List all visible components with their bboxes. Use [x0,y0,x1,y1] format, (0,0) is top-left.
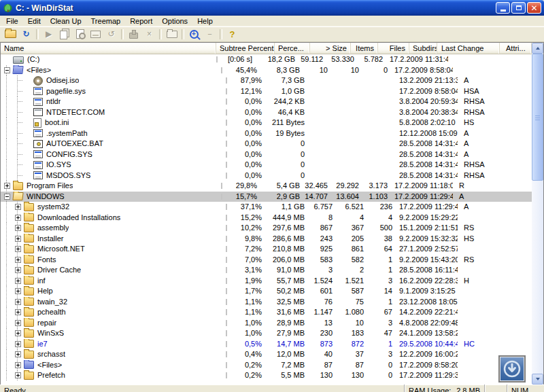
expander-toggle[interactable] [15,299,21,305]
row-name-cell: inf [1,276,216,287]
row-label: NTDETECT.COM [46,107,105,118]
scrollbar-down-button[interactable] [532,374,543,385]
expander-toggle[interactable] [15,246,21,252]
expander-toggle[interactable] [15,341,21,347]
expander-toggle[interactable] [15,267,21,273]
scrollbar-track[interactable] [532,54,543,374]
row-icon [33,87,43,95]
column-header-subtree[interactable]: Subtree Percent... [216,43,275,54]
row-assembly[interactable]: assembly 10,2% 297,6 MB 867 367 500 15.1… [1,223,532,234]
attributes-value: H [458,276,490,287]
restore-button[interactable] [511,2,526,14]
row-pchealth[interactable]: pchealth 1,1% 31,6 MB 1.147 1.080 67 14.… [1,307,532,318]
row-driver-cache[interactable]: Driver Cache 3,1% 91,0 MB 3 2 1 28.5.200… [1,265,532,276]
row-twain-32[interactable]: twain_32 1,1% 32,5 MB 76 75 1 23.12.2008… [1,297,532,308]
subdirs-value: 1 [367,265,395,276]
row-prefetch[interactable]: Prefetch 0,2% 5,5 MB 130 130 0 17.2.2009… [1,370,532,381]
row-c[interactable]: (C:) [0:06 s] 18,2 GB 59.112 53.330 5.78… [1,54,532,65]
row-ntdetect-com[interactable]: NTDETECT.COM 0,0% 46,4 KB 3.8.2004 20:38… [1,107,532,118]
row-icon [24,361,34,369]
menu-edit[interactable]: Edit [23,16,46,26]
attributes-value [458,328,490,339]
row-boot-ini[interactable]: boot.ini 0,0% 211 Bytes 5.8.2008 2:02:10… [1,118,532,128]
help-button[interactable]: ? [224,28,240,40]
tree-line [6,107,7,118]
expander-toggle[interactable] [15,236,21,242]
items-value: 8 [309,213,336,224]
close-button[interactable]: ✕ [527,2,541,14]
column-header-size[interactable]: > Size [310,43,351,54]
subtree-percentage-bar [216,107,233,118]
row-inf[interactable]: inf 1,9% 55,7 MB 1.524 1.521 3 16.2.2009… [1,276,532,287]
row-io-sys[interactable]: IO.SYS 0,0% 0 28.5.2008 14:31:43 RHSA [1,160,532,171]
expander-toggle[interactable] [4,194,10,200]
menu-treemap[interactable]: Treemap [86,16,126,26]
row-icon [24,287,34,296]
column-header-attr[interactable]: Attri... [500,43,532,54]
expander-toggle[interactable] [15,320,21,326]
menu-options[interactable]: Options [157,16,192,26]
row-fonts[interactable]: Fonts 7,0% 206,0 MB 583 582 1 9.2.2009 1… [1,255,532,266]
menu-file[interactable]: File [1,16,23,26]
column-header-subdirs[interactable]: Subdirs [409,43,437,54]
expander-toggle[interactable] [15,288,21,294]
row-program-files[interactable]: Program Files 29,8% 5,4 GB 32.465 29.292… [1,181,532,192]
row-help[interactable]: Help 1,7% 50,2 MB 601 587 14 9.1.2009 3:… [1,286,532,297]
expander-toggle[interactable] [15,204,21,210]
menu-help[interactable]: Help [192,16,218,26]
expander-toggle[interactable] [15,351,21,357]
row-winsxs[interactable]: WinSxS 1,0% 27,9 MB 230 183 47 24.1.2009… [1,328,532,339]
row-autoexec-bat[interactable]: AUTOEXEC.BAT 0,0% 0 28.5.2008 14:31:43 A [1,139,532,149]
menu-report[interactable]: Report [125,16,157,26]
row-msdos-sys[interactable]: MSDOS.SYS 0,0% 0 28.5.2008 14:31:43 RHSA [1,171,532,181]
zoom-in-button[interactable] [186,28,202,40]
expander-toggle[interactable] [15,215,21,221]
row-name-cell: Prefetch [1,370,216,381]
row-odisej-iso[interactable]: Odisej.iso 87,9% 7,3 GB 13.2.2009 21:13:… [1,75,532,86]
tree-line [6,223,7,234]
row-files[interactable]: <Files> 45,4% 8,3 GB 10 10 0 17.2.2009 8… [1,65,532,76]
expander-toggle[interactable] [15,278,21,284]
expander-toggle[interactable] [15,372,21,378]
scrollbar-up-button[interactable] [532,43,543,54]
row-installer[interactable]: Installer 9,8% 286,6 MB 243 205 38 9.2.2… [1,234,532,245]
num-lock-indicator: NUM [507,385,544,392]
row-systempath[interactable]: .systemPath 0,0% 19 Bytes 12.12.2008 15:… [1,128,532,139]
row-ie7[interactable]: ie7 0,5% 14,7 MB 873 872 1 29.5.2008 10:… [1,339,532,350]
scrollbar-thumb[interactable] [532,54,543,181]
expander-toggle[interactable] [15,309,21,315]
column-header-name[interactable]: Name [1,43,216,54]
percentage-value: 0,0% [233,118,268,128]
column-header-items[interactable]: Items [351,43,378,54]
size-value: 297,6 MB [268,223,309,234]
subdirs-value [367,139,395,149]
expander-toggle[interactable] [15,330,21,336]
open-button[interactable] [3,28,18,40]
refresh-all-button[interactable]: ↻ [18,28,34,40]
row-files[interactable]: <Files> 0,2% 7,2 MB 87 87 0 17.2.2009 8:… [1,360,532,371]
menu-clean-up[interactable]: Clean Up [46,16,86,26]
attributes-value [458,297,490,308]
column-header-files[interactable]: Files [378,43,409,54]
expander-toggle[interactable] [4,67,10,73]
expander-toggle[interactable] [15,257,21,263]
minimize-button[interactable] [496,2,510,14]
row-downloaded-installations[interactable]: Downloaded Installations 15,2% 444,9 MB … [1,213,532,224]
row-name-cell: (C:) [1,54,216,65]
row-icon [24,266,34,274]
column-header-date[interactable]: Last Change [437,43,500,54]
expander-toggle[interactable] [15,225,21,231]
row-microsoft-net[interactable]: Microsoft.NET 7,2% 210,8 MB 925 861 64 2… [1,244,532,255]
expander-toggle[interactable] [15,362,21,368]
expander-toggle[interactable] [4,183,10,189]
column-header-pct[interactable]: Perce... [275,43,310,54]
row-srchasst[interactable]: srchasst 0,4% 12,0 MB 40 37 3 12.2.2009 … [1,349,532,360]
row-config-sys[interactable]: CONFIG.SYS 0,0% 0 28.5.2008 14:31:43 A [1,149,532,160]
row-pagefile-sys[interactable]: pagefile.sys 12,1% 1,0 GB 17.2.2009 8:58… [1,86,532,97]
row-repair[interactable]: repair 1,0% 28,9 MB 13 10 3 4.8.2008 22:… [1,318,532,329]
row-windows[interactable]: WINDOWS 15,7% 2,9 GB 14.707 13.604 1.103… [1,192,532,202]
row-ntldr[interactable]: ntldr 0,0% 244,2 KB 3.8.2004 20:59:34 RH… [1,96,532,107]
tree-line [6,297,7,308]
vertical-scrollbar[interactable] [532,43,543,385]
row-system32[interactable]: system32 37,1% 1,1 GB 6.757 6.521 236 17… [1,202,532,213]
